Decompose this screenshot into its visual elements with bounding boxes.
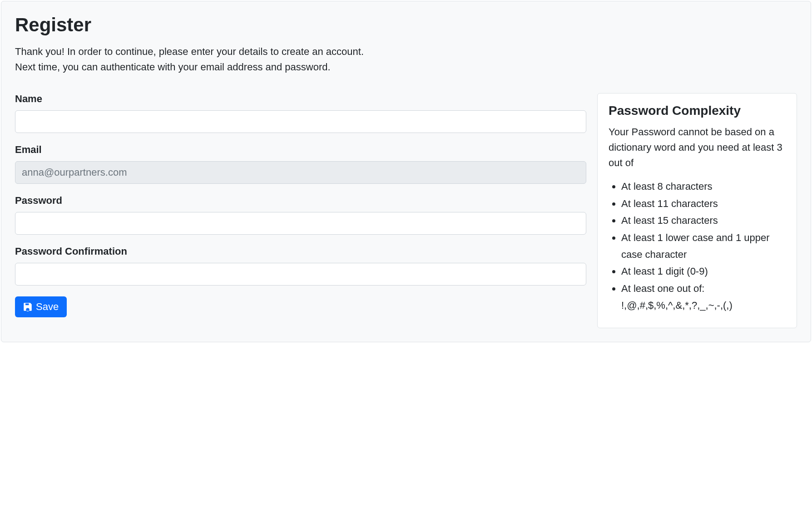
save-icon	[23, 302, 32, 311]
password-confirmation-label: Password Confirmation	[15, 246, 586, 257]
intro-line-1: Thank you! In order to continue, please …	[15, 46, 364, 57]
password-input[interactable]	[15, 212, 586, 235]
complexity-rule: At least 8 characters	[621, 178, 786, 195]
email-input	[15, 161, 586, 184]
complexity-rule: At least 15 characters	[621, 212, 786, 229]
sidebar-column: Password Complexity Your Password cannot…	[597, 93, 797, 328]
password-label: Password	[15, 195, 586, 207]
complexity-rule: At least 1 digit (0-9)	[621, 263, 786, 280]
complexity-rule: At least one out of: !,@,#,$,%,^,&,*,?,_…	[621, 280, 786, 314]
name-input[interactable]	[15, 110, 586, 133]
email-label: Email	[15, 144, 586, 156]
complexity-rule: At least 11 characters	[621, 195, 786, 212]
intro-text: Thank you! In order to continue, please …	[15, 44, 797, 75]
name-label: Name	[15, 93, 586, 105]
complexity-description: Your Password cannot be based on a dicti…	[609, 124, 786, 171]
complexity-rules-list: At least 8 characters At least 11 charac…	[609, 178, 786, 314]
form-group-password: Password	[15, 195, 586, 235]
complexity-title: Password Complexity	[609, 103, 786, 118]
complexity-rule: At least 1 lower case and 1 upper case c…	[621, 229, 786, 263]
form-column: Name Email Password Password Confirmatio…	[15, 93, 586, 317]
content-row: Name Email Password Password Confirmatio…	[15, 93, 797, 328]
form-group-password-confirmation: Password Confirmation	[15, 246, 586, 286]
form-group-name: Name	[15, 93, 586, 133]
save-button[interactable]: Save	[15, 296, 67, 317]
intro-line-2: Next time, you can authenticate with you…	[15, 61, 331, 73]
password-complexity-card: Password Complexity Your Password cannot…	[597, 93, 797, 328]
save-button-label: Save	[36, 301, 59, 313]
register-card: Register Thank you! In order to continue…	[1, 1, 811, 342]
form-group-email: Email	[15, 144, 586, 184]
password-confirmation-input[interactable]	[15, 263, 586, 286]
page-title: Register	[15, 14, 797, 36]
